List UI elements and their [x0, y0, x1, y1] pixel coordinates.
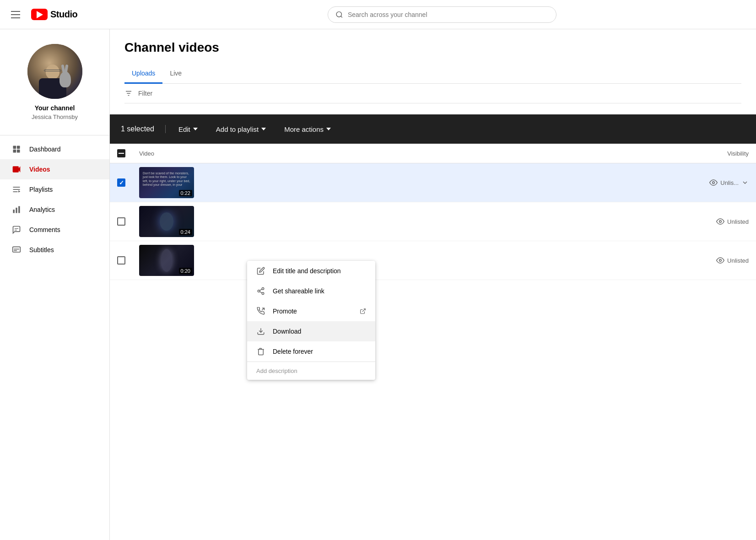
svg-rect-6	[13, 166, 19, 172]
sidebar-item-comments[interactable]: Comments	[0, 220, 109, 240]
analytics-icon	[11, 204, 22, 215]
sidebar-item-subtitles[interactable]: Subtitles	[0, 240, 109, 260]
visibility-dropdown-1[interactable]	[741, 179, 749, 186]
menu-promote-label: Promote	[273, 308, 352, 315]
layout: Your channel Jessica Thornsby Dashboard …	[0, 29, 756, 540]
avatar-image	[27, 44, 82, 99]
svg-rect-12	[13, 210, 15, 213]
video-thumbnail-3: 0:20	[139, 245, 194, 276]
menu-item-edit-title[interactable]: Edit title and description	[247, 261, 375, 281]
sidebar-item-playlists[interactable]: Playlists	[0, 179, 109, 200]
hamburger-icon[interactable]	[7, 7, 24, 22]
menu-edit-title-label: Edit title and description	[273, 267, 366, 275]
eye-icon	[709, 178, 718, 187]
sidebar: Your channel Jessica Thornsby Dashboard …	[0, 29, 110, 540]
share-icon	[256, 286, 265, 296]
menu-item-download[interactable]: Download	[247, 321, 375, 341]
row-checkbox-2[interactable]	[117, 217, 139, 226]
pencil-icon	[256, 266, 265, 275]
sidebar-label-playlists: Playlists	[29, 186, 53, 193]
channel-name: Your channel	[7, 104, 102, 112]
visibility-column-header: Visibility	[675, 150, 749, 157]
logo-text: Studio	[50, 9, 77, 20]
row2-checkbox[interactable]	[117, 217, 125, 226]
menu-item-promote[interactable]: Promote	[247, 301, 375, 321]
svg-point-23	[713, 182, 715, 184]
filter-bar: Filter	[124, 84, 741, 103]
youtube-icon	[31, 9, 48, 20]
table-header: Video Visibility	[110, 144, 756, 163]
table-row: ✓ Don't be scared of the monsters, just …	[110, 163, 756, 202]
videos-icon	[11, 164, 22, 175]
indeterminate-bar	[119, 153, 124, 154]
avatar-section: Your channel Jessica Thornsby	[0, 37, 109, 131]
promote-icon	[256, 307, 265, 316]
svg-rect-5	[17, 150, 20, 153]
tabs: Uploads Live	[124, 64, 741, 84]
tab-uploads[interactable]: Uploads	[124, 64, 162, 84]
more-actions-action[interactable]: More actions	[275, 122, 340, 137]
row-checkbox-3[interactable]	[117, 256, 139, 265]
page-title: Channel videos	[124, 40, 741, 55]
sidebar-label-videos: Videos	[29, 166, 50, 173]
play-triangle	[37, 11, 43, 18]
table-row: 0:20 Unlisted	[110, 241, 756, 280]
sidebar-item-dashboard[interactable]: Dashboard	[0, 139, 109, 159]
svg-point-24	[719, 221, 722, 223]
sidebar-item-videos[interactable]: Videos	[0, 159, 109, 179]
checkmark-icon: ✓	[119, 180, 124, 186]
sidebar-label-comments: Comments	[29, 226, 60, 233]
header: Studio	[0, 0, 756, 29]
row3-checkbox[interactable]	[117, 256, 125, 265]
search-input-wrap[interactable]	[328, 6, 556, 23]
external-link-icon	[360, 308, 366, 314]
video-duration-1: 0:22	[179, 190, 192, 196]
eye-icon	[716, 256, 724, 265]
menu-shareable-link-label: Get shareable link	[273, 287, 366, 295]
filter-label[interactable]: Filter	[138, 90, 152, 97]
filter-icon[interactable]	[124, 89, 133, 97]
visibility-text-1: Unlis...	[720, 179, 739, 186]
sidebar-divider	[0, 135, 109, 135]
select-all-checkbox[interactable]	[117, 149, 125, 157]
add-to-playlist-label: Add to playlist	[216, 125, 259, 133]
svg-line-30	[259, 289, 262, 291]
visibility-text-2: Unlisted	[727, 218, 749, 225]
header-checkbox-col	[117, 149, 139, 157]
add-to-playlist-action[interactable]: Add to playlist	[207, 122, 275, 137]
search-icon	[335, 11, 343, 19]
svg-rect-13	[16, 208, 17, 213]
dashboard-icon	[11, 144, 22, 155]
video-duration-3: 0:20	[179, 268, 192, 274]
header-left: Studio	[7, 7, 135, 22]
table-row: 0:24 Unlisted	[110, 202, 756, 241]
menu-download-label: Download	[273, 328, 366, 335]
edit-action[interactable]: Edit	[169, 122, 207, 137]
menu-item-delete-forever[interactable]: Delete forever	[247, 341, 375, 362]
visibility-text-3: Unlisted	[727, 257, 749, 264]
tab-live[interactable]: Live	[162, 64, 189, 84]
search-bar	[135, 6, 749, 23]
svg-point-27	[258, 290, 260, 292]
svg-line-1	[341, 16, 342, 17]
svg-line-32	[362, 309, 365, 312]
sidebar-item-analytics[interactable]: Analytics	[0, 200, 109, 220]
row-visibility-1: Unlis...	[675, 178, 749, 187]
row1-checkbox[interactable]: ✓	[117, 178, 125, 187]
search-input[interactable]	[348, 11, 549, 18]
svg-marker-11	[18, 190, 20, 193]
video-column-header: Video	[139, 150, 675, 157]
svg-line-29	[259, 292, 262, 293]
thumb-text: Don't be scared of the monsters, just lo…	[141, 170, 192, 189]
row-checkbox-1[interactable]: ✓	[117, 178, 139, 187]
edit-label: Edit	[178, 125, 190, 133]
sidebar-label-analytics: Analytics	[29, 206, 55, 213]
playlists-icon	[11, 184, 22, 195]
row-visibility-2: Unlisted	[675, 217, 749, 226]
edit-chevron-icon	[193, 128, 198, 130]
svg-rect-2	[13, 146, 16, 149]
video-thumbnail-1: Don't be scared of the monsters, just lo…	[139, 167, 194, 198]
menu-item-shareable-link[interactable]: Get shareable link	[247, 281, 375, 301]
comments-icon	[11, 224, 22, 235]
logo[interactable]: Studio	[31, 9, 77, 20]
